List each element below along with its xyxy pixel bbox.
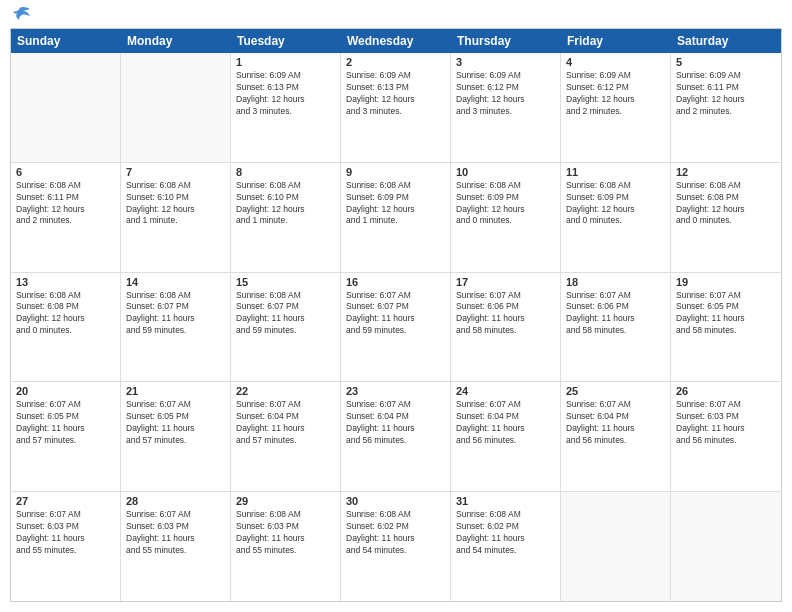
calendar-cell: 4Sunrise: 6:09 AM Sunset: 6:12 PM Daylig…: [561, 53, 671, 162]
calendar-row-1: 6Sunrise: 6:08 AM Sunset: 6:11 PM Daylig…: [11, 163, 781, 273]
calendar-cell: 3Sunrise: 6:09 AM Sunset: 6:12 PM Daylig…: [451, 53, 561, 162]
calendar-cell: 20Sunrise: 6:07 AM Sunset: 6:05 PM Dayli…: [11, 382, 121, 491]
calendar-header: SundayMondayTuesdayWednesdayThursdayFrid…: [11, 29, 781, 53]
cell-info: Sunrise: 6:09 AM Sunset: 6:11 PM Dayligh…: [676, 70, 776, 118]
calendar-cell: 7Sunrise: 6:08 AM Sunset: 6:10 PM Daylig…: [121, 163, 231, 272]
calendar: SundayMondayTuesdayWednesdayThursdayFrid…: [10, 28, 782, 602]
cell-info: Sunrise: 6:07 AM Sunset: 6:04 PM Dayligh…: [236, 399, 335, 447]
calendar-cell: 16Sunrise: 6:07 AM Sunset: 6:07 PM Dayli…: [341, 273, 451, 382]
calendar-row-3: 20Sunrise: 6:07 AM Sunset: 6:05 PM Dayli…: [11, 382, 781, 492]
cell-info: Sunrise: 6:09 AM Sunset: 6:13 PM Dayligh…: [346, 70, 445, 118]
cell-info: Sunrise: 6:08 AM Sunset: 6:11 PM Dayligh…: [16, 180, 115, 228]
day-number: 30: [346, 495, 445, 507]
header-day-saturday: Saturday: [671, 29, 781, 53]
cell-info: Sunrise: 6:07 AM Sunset: 6:07 PM Dayligh…: [346, 290, 445, 338]
day-number: 8: [236, 166, 335, 178]
calendar-cell: 6Sunrise: 6:08 AM Sunset: 6:11 PM Daylig…: [11, 163, 121, 272]
calendar-cell: [121, 53, 231, 162]
calendar-cell: 27Sunrise: 6:07 AM Sunset: 6:03 PM Dayli…: [11, 492, 121, 601]
day-number: 3: [456, 56, 555, 68]
day-number: 2: [346, 56, 445, 68]
day-number: 4: [566, 56, 665, 68]
cell-info: Sunrise: 6:07 AM Sunset: 6:06 PM Dayligh…: [566, 290, 665, 338]
calendar-cell: [561, 492, 671, 601]
day-number: 10: [456, 166, 555, 178]
cell-info: Sunrise: 6:07 AM Sunset: 6:03 PM Dayligh…: [16, 509, 115, 557]
logo-text: [10, 10, 34, 24]
header-day-monday: Monday: [121, 29, 231, 53]
cell-info: Sunrise: 6:08 AM Sunset: 6:07 PM Dayligh…: [236, 290, 335, 338]
cell-info: Sunrise: 6:08 AM Sunset: 6:07 PM Dayligh…: [126, 290, 225, 338]
logo-bird-icon: [12, 6, 34, 24]
calendar-cell: 22Sunrise: 6:07 AM Sunset: 6:04 PM Dayli…: [231, 382, 341, 491]
calendar-cell: 15Sunrise: 6:08 AM Sunset: 6:07 PM Dayli…: [231, 273, 341, 382]
calendar-cell: 28Sunrise: 6:07 AM Sunset: 6:03 PM Dayli…: [121, 492, 231, 601]
cell-info: Sunrise: 6:08 AM Sunset: 6:02 PM Dayligh…: [346, 509, 445, 557]
day-number: 26: [676, 385, 776, 397]
day-number: 31: [456, 495, 555, 507]
day-number: 29: [236, 495, 335, 507]
calendar-cell: 17Sunrise: 6:07 AM Sunset: 6:06 PM Dayli…: [451, 273, 561, 382]
calendar-cell: 26Sunrise: 6:07 AM Sunset: 6:03 PM Dayli…: [671, 382, 781, 491]
calendar-row-4: 27Sunrise: 6:07 AM Sunset: 6:03 PM Dayli…: [11, 492, 781, 601]
day-number: 19: [676, 276, 776, 288]
cell-info: Sunrise: 6:07 AM Sunset: 6:04 PM Dayligh…: [566, 399, 665, 447]
calendar-cell: 14Sunrise: 6:08 AM Sunset: 6:07 PM Dayli…: [121, 273, 231, 382]
calendar-cell: 24Sunrise: 6:07 AM Sunset: 6:04 PM Dayli…: [451, 382, 561, 491]
day-number: 15: [236, 276, 335, 288]
cell-info: Sunrise: 6:08 AM Sunset: 6:08 PM Dayligh…: [676, 180, 776, 228]
cell-info: Sunrise: 6:07 AM Sunset: 6:05 PM Dayligh…: [676, 290, 776, 338]
header-day-sunday: Sunday: [11, 29, 121, 53]
header-day-thursday: Thursday: [451, 29, 561, 53]
cell-info: Sunrise: 6:07 AM Sunset: 6:04 PM Dayligh…: [456, 399, 555, 447]
day-number: 25: [566, 385, 665, 397]
day-number: 27: [16, 495, 115, 507]
day-number: 6: [16, 166, 115, 178]
calendar-cell: 10Sunrise: 6:08 AM Sunset: 6:09 PM Dayli…: [451, 163, 561, 272]
header-day-friday: Friday: [561, 29, 671, 53]
header-day-tuesday: Tuesday: [231, 29, 341, 53]
calendar-cell: [671, 492, 781, 601]
day-number: 23: [346, 385, 445, 397]
cell-info: Sunrise: 6:08 AM Sunset: 6:10 PM Dayligh…: [236, 180, 335, 228]
calendar-cell: 2Sunrise: 6:09 AM Sunset: 6:13 PM Daylig…: [341, 53, 451, 162]
calendar-cell: [11, 53, 121, 162]
day-number: 11: [566, 166, 665, 178]
calendar-cell: 12Sunrise: 6:08 AM Sunset: 6:08 PM Dayli…: [671, 163, 781, 272]
day-number: 13: [16, 276, 115, 288]
day-number: 1: [236, 56, 335, 68]
day-number: 22: [236, 385, 335, 397]
header-day-wednesday: Wednesday: [341, 29, 451, 53]
cell-info: Sunrise: 6:07 AM Sunset: 6:03 PM Dayligh…: [676, 399, 776, 447]
day-number: 17: [456, 276, 555, 288]
day-number: 18: [566, 276, 665, 288]
cell-info: Sunrise: 6:09 AM Sunset: 6:13 PM Dayligh…: [236, 70, 335, 118]
calendar-cell: 18Sunrise: 6:07 AM Sunset: 6:06 PM Dayli…: [561, 273, 671, 382]
day-number: 20: [16, 385, 115, 397]
cell-info: Sunrise: 6:08 AM Sunset: 6:02 PM Dayligh…: [456, 509, 555, 557]
day-number: 24: [456, 385, 555, 397]
calendar-cell: 30Sunrise: 6:08 AM Sunset: 6:02 PM Dayli…: [341, 492, 451, 601]
cell-info: Sunrise: 6:08 AM Sunset: 6:09 PM Dayligh…: [566, 180, 665, 228]
calendar-cell: 13Sunrise: 6:08 AM Sunset: 6:08 PM Dayli…: [11, 273, 121, 382]
page: SundayMondayTuesdayWednesdayThursdayFrid…: [0, 0, 792, 612]
day-number: 14: [126, 276, 225, 288]
calendar-cell: 11Sunrise: 6:08 AM Sunset: 6:09 PM Dayli…: [561, 163, 671, 272]
calendar-cell: 19Sunrise: 6:07 AM Sunset: 6:05 PM Dayli…: [671, 273, 781, 382]
calendar-row-2: 13Sunrise: 6:08 AM Sunset: 6:08 PM Dayli…: [11, 273, 781, 383]
cell-info: Sunrise: 6:07 AM Sunset: 6:05 PM Dayligh…: [16, 399, 115, 447]
day-number: 7: [126, 166, 225, 178]
calendar-cell: 25Sunrise: 6:07 AM Sunset: 6:04 PM Dayli…: [561, 382, 671, 491]
cell-info: Sunrise: 6:09 AM Sunset: 6:12 PM Dayligh…: [566, 70, 665, 118]
cell-info: Sunrise: 6:08 AM Sunset: 6:09 PM Dayligh…: [346, 180, 445, 228]
cell-info: Sunrise: 6:08 AM Sunset: 6:10 PM Dayligh…: [126, 180, 225, 228]
calendar-cell: 29Sunrise: 6:08 AM Sunset: 6:03 PM Dayli…: [231, 492, 341, 601]
cell-info: Sunrise: 6:08 AM Sunset: 6:03 PM Dayligh…: [236, 509, 335, 557]
header: [10, 10, 782, 20]
day-number: 9: [346, 166, 445, 178]
calendar-cell: 5Sunrise: 6:09 AM Sunset: 6:11 PM Daylig…: [671, 53, 781, 162]
calendar-row-0: 1Sunrise: 6:09 AM Sunset: 6:13 PM Daylig…: [11, 53, 781, 163]
calendar-cell: 8Sunrise: 6:08 AM Sunset: 6:10 PM Daylig…: [231, 163, 341, 272]
calendar-cell: 31Sunrise: 6:08 AM Sunset: 6:02 PM Dayli…: [451, 492, 561, 601]
cell-info: Sunrise: 6:07 AM Sunset: 6:06 PM Dayligh…: [456, 290, 555, 338]
